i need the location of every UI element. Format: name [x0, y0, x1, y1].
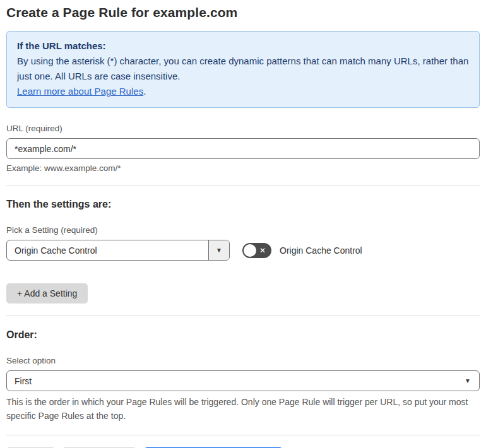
url-example-hint: Example: www.example.com/* — [6, 163, 480, 173]
order-select[interactable]: First ▼ — [6, 370, 480, 391]
setting-select-value: Origin Cache Control — [7, 245, 208, 256]
settings-section-heading: Then the settings are: — [6, 199, 480, 210]
divider — [6, 185, 480, 186]
order-select-label: Select option — [6, 356, 480, 365]
setting-select-arrow-button[interactable]: ▼ — [208, 240, 229, 260]
order-select-value: First — [7, 376, 465, 386]
chevron-down-icon: ▼ — [216, 247, 222, 254]
add-setting-button[interactable]: + Add a Setting — [6, 283, 88, 304]
info-box-body: By using the asterisk (*) character, you… — [17, 54, 469, 84]
toggle-off-x-icon: ✕ — [259, 247, 266, 254]
pick-setting-label: Pick a Setting (required) — [6, 225, 480, 235]
origin-cache-control-toggle[interactable]: ✕ — [242, 243, 271, 258]
order-help-text: This is the order in which your Page Rul… — [6, 396, 480, 423]
divider — [6, 315, 480, 316]
url-field-label: URL (required) — [6, 124, 480, 133]
url-match-info-box: If the URL matches: By using the asteris… — [6, 31, 480, 108]
page-title: Create a Page Rule for example.com — [6, 5, 480, 20]
info-box-link-line: Learn more about Page Rules. — [17, 84, 469, 99]
setting-select[interactable]: Origin Cache Control ▼ — [6, 240, 230, 261]
toggle-label: Origin Cache Control — [280, 245, 362, 256]
divider — [6, 435, 480, 435]
setting-row: Origin Cache Control ▼ ✕ Origin Cache Co… — [6, 240, 480, 261]
toggle-knob — [244, 244, 256, 257]
url-input[interactable] — [6, 138, 480, 159]
info-box-heading: If the URL matches: — [17, 38, 469, 54]
learn-more-link[interactable]: Learn more about Page Rules — [17, 86, 143, 97]
order-section-heading: Order: — [6, 329, 480, 341]
link-period: . — [143, 86, 146, 97]
chevron-down-icon: ▼ — [465, 377, 479, 384]
page-rule-form: Create a Page Rule for example.com If th… — [0, 0, 486, 448]
